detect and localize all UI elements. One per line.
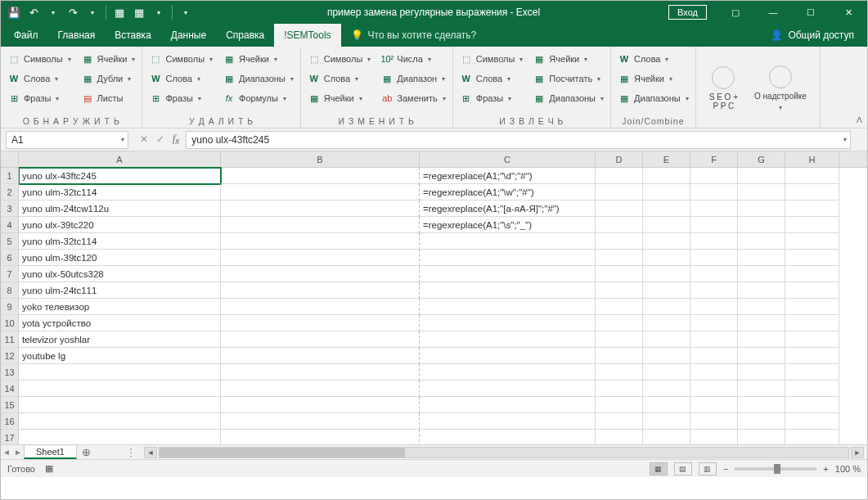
cell-F17[interactable] [690, 430, 738, 444]
tab-home[interactable]: Главная [48, 24, 106, 47]
ribbon-options-icon[interactable]: ▢ [717, 1, 754, 24]
cell-C14[interactable] [420, 381, 596, 397]
find-phrases-button[interactable]: ⊞Фразы▾ [7, 89, 71, 107]
cell-F14[interactable] [690, 381, 738, 397]
cell-A6[interactable]: yuno ulm-39tc120 [19, 250, 221, 266]
ext-cells-button[interactable]: ▦Ячейки▾ [533, 50, 604, 68]
cell-G11[interactable] [738, 331, 785, 348]
cell-H4[interactable] [785, 217, 839, 233]
about-button[interactable]: О надстройке ▾ [748, 61, 813, 116]
cell-C11[interactable] [420, 331, 596, 348]
cell-D12[interactable] [596, 348, 643, 364]
zoom-level[interactable]: 100 % [835, 464, 861, 474]
cell-D10[interactable] [596, 315, 643, 331]
column-header-C[interactable]: C [420, 151, 596, 167]
cell-B2[interactable] [221, 184, 420, 200]
tab-semtools[interactable]: !SEMTools [274, 24, 340, 47]
cell-G13[interactable] [738, 364, 785, 381]
jc-ranges-button[interactable]: ▦Диапазоны▾ [618, 89, 689, 107]
cell-E11[interactable] [643, 331, 690, 348]
column-header-B[interactable]: B [221, 151, 420, 167]
sheet-nav-prev-icon[interactable]: ◄ [1, 448, 12, 457]
del-symbols-button[interactable]: ⬚Символы▾ [149, 50, 213, 68]
cell-E2[interactable] [643, 184, 690, 200]
cell-E16[interactable] [643, 413, 690, 430]
ext-words-button[interactable]: WСлова▾ [460, 70, 524, 88]
tab-file[interactable]: Файл [4, 24, 48, 47]
cell-G3[interactable] [738, 200, 785, 217]
cell-A17[interactable] [19, 430, 221, 444]
find-words-button[interactable]: WСлова▾ [7, 70, 71, 88]
cell-C1[interactable]: =regexreplace(A1;"\d";"#") [420, 168, 596, 184]
cell-D9[interactable] [596, 299, 643, 315]
cell-C3[interactable]: =regexreplace(A1;"[а-яА-Я]";"#") [420, 200, 596, 217]
chg-replace-button[interactable]: abЗаменить▾ [380, 89, 445, 107]
tell-me[interactable]: 💡 Что вы хотите сделать? [341, 24, 487, 47]
cell-C17[interactable] [420, 430, 596, 444]
cell-B1[interactable] [221, 168, 420, 184]
redo-dropdown-icon[interactable]: ▾ [86, 6, 99, 19]
chg-range-button[interactable]: ▦Диапазон▾ [380, 70, 445, 88]
cell-C2[interactable]: =regexreplace(A1;"\w";"#") [420, 184, 596, 200]
cell-E9[interactable] [643, 299, 690, 315]
ext-phrases-button[interactable]: ⊞Фразы▾ [460, 89, 524, 107]
row-header-3[interactable]: 3 [1, 200, 18, 217]
row-header-6[interactable]: 6 [1, 250, 18, 266]
cell-E3[interactable] [643, 200, 690, 217]
collapse-ribbon-icon[interactable]: ᐱ [857, 115, 862, 124]
maximize-icon[interactable]: ☐ [792, 1, 830, 24]
column-header-A[interactable]: A [19, 151, 221, 167]
seo-ppc-button[interactable]: S E O + P P C [703, 61, 744, 115]
cell-G7[interactable] [738, 266, 785, 282]
cell-F1[interactable] [690, 168, 738, 184]
cell-G6[interactable] [738, 250, 785, 266]
tab-data[interactable]: Данные [161, 24, 216, 47]
cell-C9[interactable] [420, 299, 596, 315]
hscroll-right-icon[interactable]: ► [851, 447, 864, 458]
cell-A5[interactable]: yuno ulm-32tc114 [19, 233, 221, 250]
cell-A1[interactable]: yuno ulx-43ftc245 [19, 168, 221, 184]
cell-D5[interactable] [596, 233, 643, 250]
cell-F11[interactable] [690, 331, 738, 348]
row-header-12[interactable]: 12 [1, 348, 18, 364]
cell-D11[interactable] [596, 331, 643, 348]
cell-G15[interactable] [738, 397, 785, 413]
tab-split-handle[interactable]: ⋮ [121, 447, 141, 458]
cell-E5[interactable] [643, 233, 690, 250]
cell-H5[interactable] [785, 233, 839, 250]
row-header-7[interactable]: 7 [1, 266, 18, 282]
row-header-10[interactable]: 10 [1, 315, 18, 331]
cell-E7[interactable] [643, 266, 690, 282]
cell-D14[interactable] [596, 381, 643, 397]
cell-F4[interactable] [690, 217, 738, 233]
cell-F6[interactable] [690, 250, 738, 266]
undo-icon[interactable]: ↶ [27, 6, 40, 19]
view-normal-icon[interactable]: ▦ [650, 462, 668, 475]
cell-D4[interactable] [596, 217, 643, 233]
cell-B13[interactable] [221, 364, 420, 381]
tab-insert[interactable]: Вставка [105, 24, 161, 47]
view-pagebreak-icon[interactable]: ▥ [699, 462, 717, 475]
cell-H1[interactable] [785, 168, 839, 184]
cell-D8[interactable] [596, 282, 643, 299]
cell-C15[interactable] [420, 397, 596, 413]
sheet-tab-active[interactable]: Sheet1 [24, 444, 77, 459]
cell-E4[interactable] [643, 217, 690, 233]
cell-A13[interactable] [19, 364, 221, 381]
cell-E15[interactable] [643, 397, 690, 413]
cell-D1[interactable] [596, 168, 643, 184]
cell-A3[interactable]: yuno ulm-24tcw112u [19, 200, 221, 217]
formula-input[interactable]: yuno ulx-43ftc245 ▾ [186, 131, 851, 149]
cancel-formula-icon[interactable]: ✕ [140, 133, 148, 145]
cell-H3[interactable] [785, 200, 839, 217]
del-formulas-button[interactable]: fxФормулы▾ [223, 89, 294, 107]
cell-E1[interactable] [643, 168, 690, 184]
cell-G14[interactable] [738, 381, 785, 397]
login-button[interactable]: Вход [668, 5, 707, 20]
undo-dropdown-icon[interactable]: ▾ [47, 6, 60, 19]
chg-symbols-button[interactable]: ⬚Символы▾ [308, 50, 371, 68]
cell-A8[interactable]: yuno ulm-24tc111 [19, 282, 221, 299]
cell-H2[interactable] [785, 184, 839, 200]
column-header-H[interactable]: H [785, 151, 839, 167]
find-symbols-button[interactable]: ⬚Символы▾ [7, 50, 71, 68]
